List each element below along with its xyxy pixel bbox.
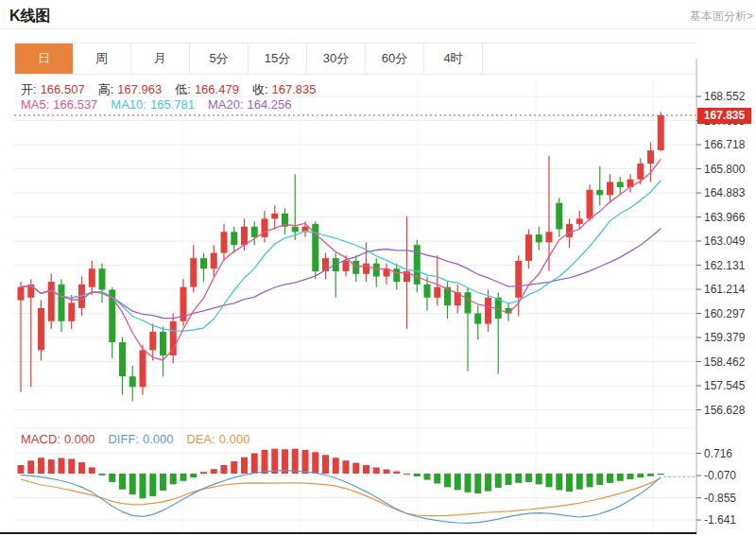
low-value: 166.479 [195,82,239,96]
candle-body [596,190,603,196]
candle-body [485,298,491,324]
candle-body [99,268,106,289]
candle-body [617,182,624,187]
candle-body [38,308,44,350]
high-value: 167.963 [117,82,162,96]
candle-body [566,224,573,237]
macd-bar [78,462,85,474]
macd-bar [384,470,390,474]
candle-body [525,234,532,261]
candle-body [231,232,237,245]
macd-bar [576,474,583,490]
macd-bar [617,474,624,481]
candle-body [200,258,207,268]
macd-tick-label: -1.641 [704,513,736,527]
macd-bar [99,474,106,475]
macd-bar [271,449,278,474]
candle-body [140,350,146,387]
macd-tick-label: -0.070 [704,469,736,482]
macd-bar [607,474,613,483]
macd-tick-label: 0.716 [704,447,732,460]
y-tick-label: 156.628 [704,404,746,417]
y-tick-label: 165.800 [704,163,746,176]
macd-bar [129,474,136,494]
candle-body [18,287,25,301]
macd-bar [637,474,644,477]
macd-bar [312,452,318,474]
candle-body [647,150,654,164]
candle-body [59,285,65,321]
candle-body [658,115,664,150]
macd-bar [180,474,187,481]
candle-body [536,234,542,242]
candle-body [262,218,268,236]
macd-bar [525,474,532,482]
macd-bar [404,474,410,475]
candle-body [515,261,522,298]
y-tick-label: 168.552 [704,90,746,103]
macd-bar [68,458,75,474]
macd-bar [221,465,228,474]
macd-bar [515,474,522,483]
macd-bar [587,474,593,487]
candle-body [89,268,95,286]
macd-bar [89,467,95,474]
open-value: 166.507 [41,82,85,96]
macd-bar [596,474,603,485]
macd-bar [48,459,55,474]
y-tick-label: 162.131 [704,259,746,272]
macd-histogram [18,449,664,499]
ma10-label: MA10: [111,97,146,112]
macd-bar [647,474,654,476]
y-tick-label: 163.966 [704,211,746,224]
ma-legend: MA5:166.537MA10:165.781MA20:164.256 [21,97,305,112]
macd-bar [170,474,177,484]
current-price-badge: 167.835 [697,108,751,124]
macd-bar [485,474,491,492]
macd-bar [262,450,268,474]
y-tick-label: 164.883 [704,186,746,199]
open-label: 开: [21,82,37,96]
candle-body [271,214,278,219]
macd-bar [424,474,431,480]
macd-bar [241,458,248,474]
macd-bar [566,474,573,492]
y-tick-label: 158.462 [704,355,746,369]
candle-body [241,227,248,245]
dea-value: 0.000 [219,432,250,446]
candle-body [221,232,228,252]
macd-bar [352,463,359,474]
ma10-line [21,181,661,331]
macd-value: 0.000 [64,432,95,446]
macd-bar [18,465,25,474]
candle-body [424,285,431,298]
candle-body [292,227,299,233]
macd-bar [38,458,44,474]
ma10-value: 165.781 [150,97,195,112]
candle-body [434,287,440,298]
high-label: 高: [98,82,114,96]
macd-bar [322,455,329,474]
macd-bar [393,472,400,474]
macd-bar [556,474,562,490]
macd-bar [465,474,472,493]
candle-body [576,218,583,224]
macd-bar [627,474,634,479]
ohlc-legend: 开:166.507高:167.963低:166.479收:167.835 [21,81,330,98]
candle-body [465,292,472,313]
macd-bar [455,474,461,490]
candle-body [48,282,55,321]
close-value: 167.835 [272,82,317,96]
macd-bar [536,474,542,484]
ma20-label: MA20: [208,97,244,112]
macd-bar [231,461,237,474]
diff-label: DIFF: [108,432,139,446]
macd-bar [149,474,156,496]
macd-bar [414,474,421,476]
ma5-label: MA5: [21,97,49,112]
macd-tick-label: -0.855 [704,492,736,505]
low-label: 低: [175,82,191,96]
y-tick-label: 163.049 [704,234,746,248]
macd-bar [658,474,664,475]
macd-bar [474,474,481,493]
